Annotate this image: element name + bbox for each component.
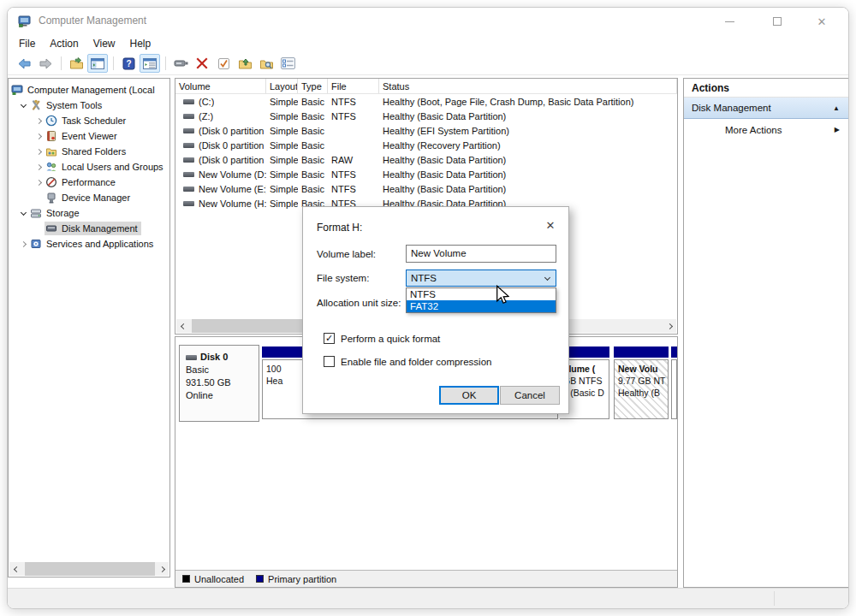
allocation-unit-label: Allocation unit size: — [317, 298, 401, 308]
sidebar-item-task-scheduler[interactable]: Task Scheduler — [9, 113, 169, 128]
computer-icon — [11, 84, 24, 96]
dropdown-option-fat32[interactable]: FAT32 — [407, 300, 556, 312]
volume-label-label: Volume label: — [317, 249, 376, 259]
remote-computer-icon[interactable] — [170, 54, 191, 73]
sidebar-item-event-viewer[interactable]: Event Viewer — [9, 128, 169, 144]
table-row[interactable]: (Disk 0 partition 4)SimpleBasicHealthy (… — [175, 138, 677, 152]
volume-icon — [183, 128, 194, 133]
format-dialog: Format H: ✕ Volume label: New Volume Fil… — [302, 206, 569, 414]
file-system-combobox[interactable]: NTFS — [406, 270, 556, 287]
volume-icon — [183, 99, 194, 104]
partition-box: New Volu 9.77 GB NT Healthy (B — [614, 359, 669, 419]
table-row[interactable]: New Volume (E:)SimpleBasicNTFSHealthy (B… — [175, 181, 677, 196]
volume-icon — [183, 172, 194, 177]
primary-partition-swatch — [256, 575, 264, 583]
folder-up-icon[interactable] — [235, 54, 255, 73]
actions-group-disk-management[interactable]: Disk Management ▲ — [684, 98, 848, 119]
table-row[interactable]: New Volume (D:)SimpleBasicNTFSHealthy (B… — [175, 167, 677, 181]
export-list-icon[interactable] — [66, 54, 86, 73]
collapse-icon[interactable]: ▲ — [833, 104, 840, 112]
disk-0-header[interactable]: Disk 0 Basic 931.50 GB Online — [179, 345, 259, 422]
table-row[interactable]: (Disk 0 partition 1)SimpleBasicHealthy (… — [175, 123, 677, 138]
column-volume[interactable]: Volume — [175, 79, 266, 93]
compression-checkbox-row[interactable]: Enable file and folder compression — [324, 356, 491, 367]
ok-button[interactable]: OK — [439, 386, 499, 405]
shared-folders-icon — [45, 145, 58, 157]
sidebar-item-device-manager[interactable]: Device Manager — [9, 190, 169, 205]
sidebar-item-system-tools[interactable]: System Tools — [9, 98, 169, 113]
help-icon[interactable]: ? — [118, 54, 139, 73]
checkbox-unchecked-icon[interactable] — [324, 356, 335, 367]
table-row[interactable]: (C:)SimpleBasicNTFSHealthy (Boot, Page F… — [175, 94, 677, 109]
sidebar-item-performance[interactable]: Performance — [9, 175, 169, 190]
cancel-button[interactable]: Cancel — [500, 386, 560, 405]
maximize-button[interactable] — [763, 13, 792, 30]
menubar: File Action View Help — [8, 35, 848, 52]
services-icon — [30, 238, 43, 250]
dropdown-option-ntfs[interactable]: NTFS — [407, 288, 556, 300]
disk-status: Online — [186, 389, 259, 402]
disk-type: Basic — [186, 364, 259, 376]
delete-icon[interactable] — [192, 54, 212, 73]
partition-selected[interactable]: New Volu 9.77 GB NT Healthy (B — [614, 346, 669, 419]
scrollbar-thumb[interactable] — [25, 562, 155, 576]
column-status[interactable]: Status — [379, 79, 677, 93]
dialog-title: Format H: — [317, 222, 362, 234]
scroll-right-icon[interactable] — [155, 562, 169, 576]
actions-pane: Actions Disk Management ▲ More Actions ▶ — [683, 78, 849, 588]
scroll-left-icon[interactable] — [9, 562, 23, 576]
sidebar-item-disk-management[interactable]: Disk Management — [9, 221, 169, 236]
sidebar-item-computer-management[interactable]: Computer Management (Local — [9, 82, 169, 98]
table-row[interactable]: (Disk 0 partition 9)SimpleBasicRAWHealth… — [175, 152, 677, 167]
disk-icon — [186, 355, 197, 360]
show-action-pane-icon[interactable] — [140, 54, 160, 73]
scroll-left-icon[interactable] — [176, 319, 190, 333]
legend: Unallocated Primary partition — [175, 570, 677, 587]
column-type[interactable]: Type — [298, 79, 328, 93]
tree-horizontal-scrollbar[interactable] — [9, 562, 169, 576]
actions-header: Actions — [684, 79, 848, 98]
menu-help[interactable]: Help — [130, 38, 152, 50]
folder-search-icon[interactable] — [256, 54, 276, 73]
quick-format-checkbox-row[interactable]: ✓ Perform a quick format — [324, 333, 440, 344]
partition[interactable] — [671, 346, 677, 419]
table-row[interactable]: (Z:)SimpleBasicNTFSHealthy (Basic Data P… — [175, 109, 677, 123]
console-tree-pane: Computer Management (Local System Tools … — [8, 78, 170, 578]
event-viewer-icon — [45, 130, 58, 142]
status-bar — [8, 588, 848, 608]
checkbox-checked-icon[interactable]: ✓ — [324, 333, 335, 344]
menu-view[interactable]: View — [93, 38, 116, 50]
sidebar-item-services-applications[interactable]: Services and Applications — [9, 236, 169, 252]
storage-icon — [30, 207, 43, 219]
back-icon[interactable] — [14, 54, 34, 73]
column-file-system[interactable]: File System — [328, 79, 379, 93]
properties-icon[interactable] — [277, 54, 298, 73]
column-layout[interactable]: Layout — [266, 79, 298, 93]
sidebar-item-shared-folders[interactable]: Shared Folders — [9, 144, 169, 159]
dialog-close-icon[interactable]: ✕ — [543, 219, 558, 232]
menu-action[interactable]: Action — [50, 38, 78, 50]
toolbar: ? — [8, 52, 848, 75]
volume-icon — [183, 143, 194, 148]
chevron-down-icon — [544, 275, 550, 281]
sidebar-item-storage[interactable]: Storage — [9, 205, 169, 221]
volume-icon — [183, 114, 194, 119]
users-icon — [45, 161, 58, 173]
window-title: Computer Management — [39, 15, 146, 27]
menu-file[interactable]: File — [19, 38, 35, 50]
partition-bar — [614, 346, 669, 358]
scroll-right-icon[interactable] — [663, 319, 676, 333]
sidebar-item-local-users-groups[interactable]: Local Users and Groups — [9, 159, 169, 175]
forward-icon[interactable] — [35, 54, 56, 73]
check-document-icon[interactable] — [213, 54, 234, 73]
more-actions-item[interactable]: More Actions ▶ — [684, 119, 848, 140]
show-console-tree-icon[interactable] — [87, 54, 108, 73]
volume-icon — [183, 201, 194, 206]
volume-label-input[interactable]: New Volume — [406, 245, 556, 263]
app-icon — [18, 15, 32, 28]
minimize-button[interactable] — [715, 13, 744, 30]
performance-icon — [45, 176, 58, 188]
close-button[interactable]: ✕ — [807, 13, 836, 30]
task-scheduler-icon — [45, 115, 58, 127]
volume-icon — [183, 187, 194, 192]
